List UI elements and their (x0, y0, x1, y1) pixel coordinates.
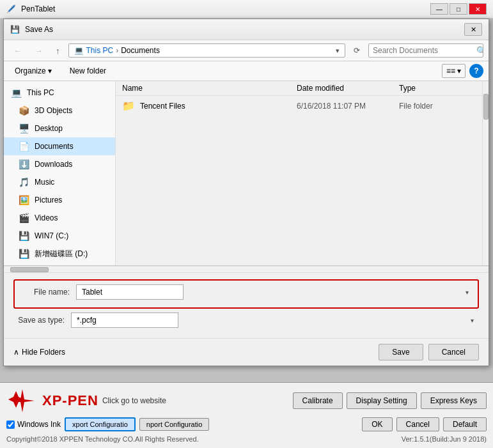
windows-ink-checkbox[interactable] (6, 421, 15, 429)
windows-ink-label: Windows Ink (17, 420, 61, 429)
xppen-logo-area: XP-PEN Click go to website (6, 388, 166, 413)
xppen-brand-name: XP-PEN (42, 392, 98, 409)
save-button[interactable]: Save (379, 344, 423, 360)
pentablet-icon: 🖊️ (6, 4, 16, 13)
sidebar-item-documents[interactable]: 📄 Documents (4, 137, 115, 155)
help-button[interactable]: ? (469, 64, 483, 78)
file-list-header: Name Date modified Type (116, 81, 482, 96)
sidebar-item-new-drive-d[interactable]: 💾 新增磁碟區 (D:) (4, 245, 115, 263)
file-name-label: File name: (19, 288, 76, 297)
file-area-inner: Name Date modified Type 📁 Tencent Files … (116, 81, 482, 265)
this-pc-icon: 💻 (10, 87, 22, 98)
pentablet-titlebar: 🖊️ PenTablet — □ ✕ (0, 0, 493, 19)
minimize-button[interactable]: — (430, 3, 448, 15)
new-folder-button[interactable]: New folder (64, 64, 112, 78)
copyright-text: Copyright©2018 XPPEN Technology CO.All R… (6, 435, 199, 443)
xppen-cancel-button[interactable]: Cancel (396, 417, 439, 431)
file-name-input[interactable] (76, 284, 184, 300)
pentablet-title-text: PenTablet (21, 4, 55, 13)
dialog-action-buttons: Save Cancel (379, 344, 479, 360)
app-container: 🖊️ PenTablet — □ ✕ 💾 Save As (0, 0, 493, 448)
vertical-scrollbar[interactable] (482, 81, 489, 265)
ok-button[interactable]: OK (362, 417, 392, 431)
file-area-wrapper: Name Date modified Type 📁 Tencent Files … (116, 81, 489, 265)
xppen-click-text[interactable]: Click go to website (102, 396, 166, 405)
export-config-button[interactable]: xport Configuratio (65, 417, 136, 431)
organize-dropdown-icon: ▾ (48, 66, 52, 75)
save-as-type-input[interactable] (71, 313, 178, 328)
up-button[interactable]: ↑ (51, 44, 65, 58)
back-button[interactable]: ← (9, 44, 26, 58)
sidebar-item-pictures[interactable]: 🖼️ Pictures (4, 191, 115, 209)
breadcrumb-this-pc[interactable]: This PC (86, 46, 114, 55)
search-box: 🔍 (368, 43, 483, 58)
hide-folders-label: Hide Folders (22, 348, 65, 357)
sidebar-item-3d-objects[interactable]: 📦 3D Objects (4, 102, 115, 120)
view-button[interactable]: ≡≡ ▾ (442, 64, 466, 78)
pictures-icon: 🖼️ (18, 194, 29, 206)
cancel-button[interactable]: Cancel (428, 344, 479, 360)
dialog-title-buttons: ✕ (464, 23, 482, 36)
horizontal-scrollbar[interactable] (4, 266, 489, 272)
pentablet-title-buttons: — □ ✕ (430, 3, 487, 15)
xppen-top-row: XP-PEN Click go to website Calibrate Dis… (6, 388, 487, 413)
xppen-bottom-left: Windows Ink xport Configuratio nport Con… (6, 417, 209, 431)
file-name-dropdown-wrapper: ▾ (76, 284, 474, 300)
file-date: 6/16/2018 11:07 PM (297, 102, 399, 111)
breadcrumb: 💻 This PC › Documents ▾ (68, 43, 346, 58)
address-bar: ← → ↑ 💻 This PC › Documents ▾ ⟳ 🔍 (4, 40, 489, 61)
refresh-button[interactable]: ⟳ (349, 44, 364, 57)
table-row[interactable]: 📁 Tencent Files 6/16/2018 11:07 PM File … (116, 96, 482, 116)
express-keys-button[interactable]: Express Keys (421, 392, 487, 409)
forward-button[interactable]: → (30, 44, 47, 58)
3d-objects-icon: 📦 (18, 105, 29, 116)
save-as-title: Save As (25, 25, 53, 34)
sidebar-item-videos[interactable]: 🎬 Videos (4, 209, 115, 227)
pentablet-title-left: 🖊️ PenTablet (6, 4, 55, 13)
videos-icon: 🎬 (18, 212, 29, 224)
save-as-icon: 💾 (10, 25, 20, 34)
red-highlight-box: File name: ▾ (13, 279, 479, 309)
file-name-dropdown-arrow: ▾ (466, 289, 469, 296)
default-button[interactable]: Default (443, 417, 487, 431)
toolbar-right: ≡≡ ▾ ? (442, 64, 483, 78)
scroll-thumb (483, 94, 489, 120)
save-as-dialog: 💾 Save As ✕ ← → ↑ 💻 This PC › Documents … (3, 19, 489, 366)
sidebar-item-desktop[interactable]: 🖥️ Desktop (4, 120, 115, 137)
form-area: File name: ▾ Save as type: ▾ (4, 272, 489, 338)
xppen-bottom-action-buttons: OK Cancel Default (362, 417, 487, 431)
desktop-icon: 🖥️ (18, 123, 29, 134)
save-as-type-label: Save as type: (13, 316, 71, 325)
calibrate-button[interactable]: Calibrate (293, 392, 343, 409)
close-button[interactable]: ✕ (469, 3, 487, 15)
hide-folders-arrow: ∧ (13, 348, 19, 357)
dialog-titlebar: 💾 Save As ✕ (4, 19, 489, 40)
documents-icon: 📄 (18, 141, 29, 152)
view-dropdown-icon: ▾ (457, 66, 461, 75)
sidebar-item-music[interactable]: 🎵 Music (4, 173, 115, 191)
maximize-button[interactable]: □ (450, 3, 467, 15)
xppen-bar: XP-PEN Click go to website Calibrate Dis… (0, 382, 493, 448)
xppen-bottom-row: Windows Ink xport Configuratio nport Con… (6, 417, 487, 431)
windows-ink-checkbox-label[interactable]: Windows Ink (6, 420, 61, 429)
file-name: Tencent Files (140, 102, 297, 111)
sidebar-item-this-pc[interactable]: 💻 This PC (4, 84, 115, 102)
content-area: 💻 This PC 📦 3D Objects 🖥️ Desktop 📄 Docu… (4, 81, 489, 266)
dialog-title-left: 💾 Save As (10, 25, 53, 34)
display-setting-button[interactable]: Display Setting (347, 392, 417, 409)
col-type-header: Type (399, 84, 476, 93)
file-type: File folder (399, 102, 476, 111)
breadcrumb-icon: 💻 (74, 46, 84, 55)
dialog-close-button[interactable]: ✕ (464, 23, 482, 36)
sidebar-item-win7-c[interactable]: 💾 WIN7 (C:) (4, 227, 115, 245)
sidebar-item-downloads[interactable]: ⬇️ Downloads (4, 155, 115, 173)
hide-folders-button[interactable]: ∧ Hide Folders (13, 348, 65, 357)
organize-button[interactable]: Organize ▾ (9, 64, 58, 78)
import-config-button[interactable]: nport Configuratio (139, 418, 209, 431)
win7-c-icon: 💾 (18, 230, 29, 242)
folder-icon: 📁 (122, 100, 135, 112)
breadcrumb-dropdown[interactable]: ▾ (336, 47, 340, 55)
search-button[interactable]: 🔍 (473, 45, 483, 57)
search-input[interactable] (369, 44, 473, 57)
save-type-dropdown-wrapper: ▾ (71, 313, 479, 328)
